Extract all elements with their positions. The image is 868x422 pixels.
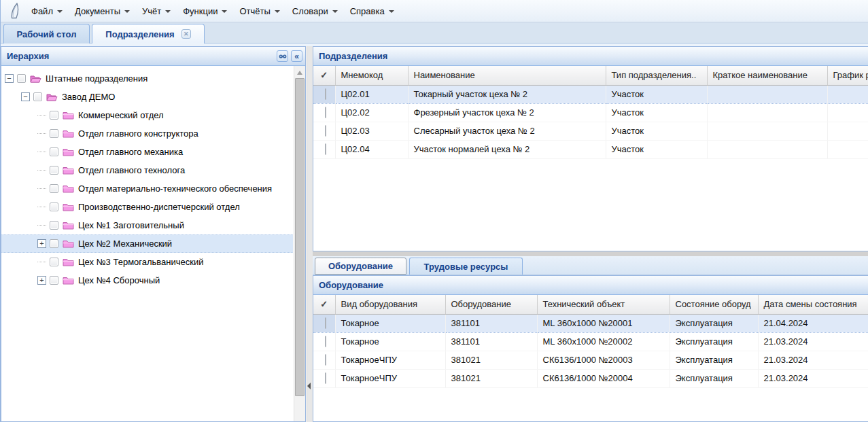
equipment-cell: 381101 [445, 332, 537, 351]
search-icon[interactable] [277, 50, 288, 62]
expander-plus-icon[interactable]: + [37, 239, 46, 248]
departments-table-row[interactable]: Ц02.03Слесарный участок цеха № 2Участок [313, 122, 868, 140]
tree-checkbox[interactable] [50, 111, 58, 120]
tab-Рабочий стол[interactable]: Рабочий стол [3, 24, 90, 43]
caret-down-icon [275, 10, 280, 13]
tree-checkbox[interactable] [50, 203, 58, 211]
tree-checkbox[interactable] [50, 258, 58, 266]
tree-item-2[interactable]: Коммерческий отдел [1, 106, 293, 124]
equipment-column-header-0[interactable]: Вид оборудования [335, 295, 445, 314]
tree-checkbox[interactable] [50, 129, 58, 138]
detail-tab-label: Трудовые ресурсы [424, 262, 508, 272]
tree-checkbox[interactable] [50, 147, 58, 156]
scrollbar-thumb[interactable] [295, 78, 305, 396]
collapse-panel-icon[interactable]: « [291, 50, 302, 62]
menu-item-5[interactable]: Словари [286, 0, 344, 22]
tree-item-0[interactable]: −Штатные подразделения [1, 69, 293, 88]
expander-plus-icon[interactable]: + [37, 276, 46, 285]
horizontal-splitter[interactable] [313, 251, 868, 256]
row-checkbox[interactable] [325, 125, 326, 137]
departments-table-row[interactable]: Ц02.02Фрезерный участок цеха № 2Участок [313, 103, 868, 122]
tree-scrollbar[interactable] [294, 66, 305, 421]
departments-column-header-1[interactable]: Наименование [408, 66, 606, 85]
menu-item-label: Словари [292, 6, 328, 16]
equipment-column-header-4[interactable]: Дата смены состояния [758, 295, 868, 314]
departments-cell [707, 85, 827, 103]
menu-item-2[interactable]: Учёт [136, 0, 177, 22]
vertical-splitter[interactable] [307, 46, 313, 422]
equipment-cell: Эксплуатация [670, 351, 758, 369]
detail-tab-1[interactable]: Трудовые ресурсы [409, 258, 523, 275]
tree-item-3[interactable]: Отдел главного конструктора [1, 124, 293, 143]
departments-column-header-2[interactable]: Тип подразделения.. [606, 66, 707, 85]
tree-item-label: Отдел материально-технического обеспечен… [78, 183, 272, 194]
splitter-collapse-left-icon[interactable] [307, 383, 311, 389]
detail-tab-0[interactable]: Оборудование [315, 258, 406, 275]
menu-item-4[interactable]: Отчёты [233, 0, 285, 22]
row-checkbox-cell [313, 103, 335, 122]
departments-column-header-0[interactable]: Мнемокод [335, 66, 408, 85]
tree-checkbox[interactable] [17, 74, 26, 83]
main-tab-bar: Рабочий столПодразделения✕ [1, 22, 868, 46]
tree-checkbox[interactable] [33, 92, 42, 101]
menu-item-3[interactable]: Функции [177, 0, 233, 22]
tree-item-6[interactable]: Отдел материально-технического обеспечен… [1, 179, 293, 198]
tree-checkbox[interactable] [50, 239, 58, 248]
tab-Подразделения[interactable]: Подразделения✕ [92, 24, 205, 43]
tree-item-9[interactable]: +Цех №2 Механический [1, 234, 293, 253]
tree-item-5[interactable]: Отдел главного технолога [1, 161, 293, 179]
equipment-cell: 381101 [445, 314, 537, 332]
departments-column-header-3[interactable]: Краткое наименование [707, 66, 827, 85]
tree-item-label: Отдел главного конструктора [78, 128, 198, 139]
menu-item-0[interactable]: Файл [25, 0, 69, 22]
equipment-table-row[interactable]: ТокарноеЧПУ381021СК6136/1000 №20004Экспл… [313, 369, 868, 387]
tree-item-7[interactable]: Производственно-диспетчерский отдел [1, 198, 293, 216]
departments-table-row[interactable]: Ц02.04Участок нормалей цеха № 2Участок [313, 140, 868, 158]
row-checkbox[interactable] [325, 143, 326, 155]
equipment-column-header-3[interactable]: Состояние оборуд [670, 295, 758, 314]
tree-checkbox[interactable] [50, 184, 58, 193]
equipment-cell: 21.03.2024 [758, 351, 868, 369]
departments-cell [827, 85, 868, 103]
caret-down-icon [332, 10, 338, 13]
departments-select-all-header[interactable]: ✓ [313, 66, 335, 85]
tree-item-1[interactable]: −Завод ДЕМО [1, 88, 293, 106]
tree-item-11[interactable]: +Цех №4 Сборочный [1, 271, 293, 289]
tree-checkbox[interactable] [50, 221, 58, 230]
tree-checkbox[interactable] [50, 166, 58, 175]
menu-item-6[interactable]: Справка [344, 0, 400, 22]
departments-cell: Ц02.04 [335, 140, 408, 158]
row-checkbox[interactable] [325, 336, 326, 347]
expander-minus-icon[interactable]: − [5, 74, 14, 83]
folder-open-icon [30, 73, 41, 84]
row-checkbox-cell [313, 85, 335, 103]
row-checkbox[interactable] [325, 317, 326, 329]
row-checkbox[interactable] [325, 354, 326, 366]
equipment-select-all-header[interactable]: ✓ [313, 295, 335, 314]
equipment-table-row[interactable]: ТокарноеЧПУ381021СК6136/1000 №20003Экспл… [313, 351, 868, 369]
tree-item-4[interactable]: Отдел главного механика [1, 143, 293, 161]
equipment-column-header-1[interactable]: Оборудование [445, 295, 537, 314]
equipment-table-row[interactable]: Токарное381101ML 360x1000 №20002Эксплуат… [313, 332, 868, 351]
equipment-column-header-2[interactable]: Технический объект [537, 295, 670, 314]
tree-item-8[interactable]: Цех №1 Заготовительный [1, 216, 293, 234]
menu-item-1[interactable]: Документы [69, 0, 136, 22]
tree-item-label: Цех №4 Сборочный [78, 275, 160, 285]
folder-closed-icon [63, 128, 74, 139]
close-icon[interactable]: ✕ [181, 29, 191, 39]
row-checkbox[interactable] [325, 372, 326, 384]
equipment-table-row[interactable]: Токарное381101ML 360x1000 №20001Эксплуат… [313, 314, 868, 332]
folder-closed-icon [63, 165, 74, 175]
expander-minus-icon[interactable]: − [21, 92, 30, 101]
tree-checkbox[interactable] [50, 276, 58, 285]
departments-cell: Слесарный участок цеха № 2 [408, 122, 606, 140]
departments-column-header-4[interactable]: График р [827, 66, 868, 85]
departments-cell [707, 103, 827, 122]
departments-cell: Токарный участок цеха № 2 [408, 85, 606, 103]
tree-item-10[interactable]: Цех №3 Термогальванический [1, 253, 293, 271]
scroll-up-arrow-icon[interactable] [297, 71, 302, 75]
row-checkbox[interactable] [325, 88, 326, 100]
row-checkbox[interactable] [325, 107, 326, 118]
departments-table-row[interactable]: Ц02.01Токарный участок цеха № 2Участок [313, 85, 868, 103]
departments-panel: Подразделения ✓МнемокодНаименованиеТип п… [313, 46, 868, 251]
